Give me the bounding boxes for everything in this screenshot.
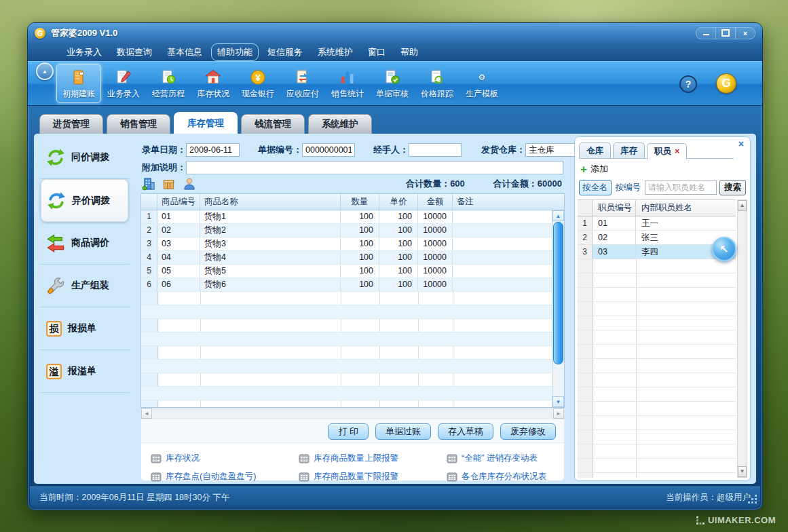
toolbar-sales-stats[interactable]: 销售统计: [325, 64, 370, 103]
col-note[interactable]: 备注: [453, 194, 564, 210]
toolbar-voucher-audit[interactable]: 单据审核: [370, 64, 415, 103]
sidebar-item-diff-price-transfer[interactable]: 异价调拨: [41, 179, 128, 222]
help-icon[interactable]: ?: [679, 75, 697, 93]
minimize-button[interactable]: [696, 28, 715, 39]
tab-sales-manage[interactable]: 销售管理: [107, 114, 170, 134]
employee-picker-icon[interactable]: [183, 177, 196, 191]
vertical-scrollbar[interactable]: ▲ ▼: [552, 210, 564, 407]
col-goods-code[interactable]: 商品编号: [157, 194, 200, 210]
date-label: 录单日期：: [142, 144, 186, 156]
menu-system-maintain[interactable]: 系统维护: [312, 43, 359, 61]
table-row[interactable]: 101货物110010010000: [141, 210, 552, 224]
link-warehouse-distribution[interactable]: 各仓库库存分布状况表: [447, 471, 555, 482]
scroll-up-button[interactable]: ▲: [552, 210, 564, 221]
toolbar-receivable-payable[interactable]: 应收应付: [280, 64, 325, 103]
menu-bar: 业务录入 数据查询 基本信息 辅助功能 短信服务 系统维护 窗口 帮助: [28, 43, 762, 61]
col-employee-name[interactable]: 内部职员姓名: [636, 200, 736, 216]
tab-warehouse[interactable]: 仓库: [579, 142, 611, 158]
tab-inventory-manage[interactable]: 库存管理: [174, 112, 238, 134]
close-button[interactable]: ×: [735, 28, 755, 39]
maximize-button[interactable]: [715, 28, 735, 39]
warehouse-picker-icon[interactable]: [142, 177, 155, 191]
sidebar-item-price-adjust[interactable]: 商品调价: [39, 222, 130, 265]
resize-grip[interactable]: [749, 495, 757, 504]
menu-aux-functions[interactable]: 辅助功能: [211, 43, 259, 61]
empty-row: [578, 430, 736, 444]
employee-row[interactable]: 202张三: [578, 231, 736, 245]
link-omnipotent-change-sheet[interactable]: “全能” 进销存变动表: [447, 453, 555, 464]
employee-search-input[interactable]: [645, 180, 717, 195]
employee-row[interactable]: 101王一: [578, 216, 736, 231]
add-row[interactable]: + 添加: [580, 162, 608, 176]
scroll-down-button[interactable]: ▼: [552, 396, 564, 407]
sidebar-item-loss-report[interactable]: 损 报损单: [39, 307, 130, 350]
col-amount[interactable]: 金额: [418, 194, 453, 210]
tab-employee[interactable]: 职员×: [647, 143, 687, 159]
toolbar-init-accounts[interactable]: 初期建账: [56, 64, 101, 103]
save-draft-button[interactable]: 存入草稿: [438, 423, 493, 440]
scroll-down-button[interactable]: ▼: [738, 466, 747, 477]
col-employee-code[interactable]: 职员编号: [593, 200, 636, 216]
search-button[interactable]: 搜索: [719, 180, 746, 195]
toolbar-business-entry[interactable]: 业务录入: [101, 64, 146, 103]
tab-system-maintain[interactable]: 系统维护: [308, 114, 372, 134]
sidebar-item-production-assembly[interactable]: 生产组装: [39, 265, 130, 307]
menu-basic-info[interactable]: 基本信息: [161, 43, 208, 61]
scroll-left-button[interactable]: ◄: [141, 408, 152, 419]
sidebar-item-same-price-transfer[interactable]: 同价调拨: [39, 136, 130, 179]
watermark: UIMAKER.COM: [696, 515, 776, 525]
scroll-up-button[interactable]: ▲: [738, 200, 747, 211]
toolbar-price-tracking[interactable]: 价格跟踪: [415, 64, 459, 103]
tab-stock[interactable]: 库存: [613, 142, 645, 158]
post-voucher-button[interactable]: 单据过账: [375, 423, 431, 440]
menu-sms-service[interactable]: 短信服务: [261, 43, 309, 61]
toolbar-production-template[interactable]: ⚙ 生产模板: [459, 64, 504, 103]
col-goods-name[interactable]: 商品名称: [200, 194, 341, 210]
sidebar-item-overflow-report[interactable]: 溢 报溢单: [39, 350, 130, 393]
panel-close-icon[interactable]: ×: [738, 139, 744, 149]
goods-picker-icon[interactable]: [162, 177, 176, 191]
grid-tools-row: 合计数量：600 合计金额：60000: [142, 176, 562, 192]
link-stock-upper-alert[interactable]: 库存商品数量上限报警: [299, 453, 447, 464]
menu-help[interactable]: 帮助: [394, 43, 424, 61]
col-qty[interactable]: 数量: [341, 194, 379, 210]
toolbar-operation-history[interactable]: 经营历程: [146, 64, 191, 103]
discard-changes-button[interactable]: 废弃修改: [500, 423, 556, 440]
toolbar-stock-status[interactable]: 库存状况: [191, 64, 236, 103]
link-stock-status[interactable]: 库存状况: [151, 453, 299, 464]
note-input[interactable]: [186, 161, 563, 174]
tab-close-icon[interactable]: ×: [675, 147, 679, 156]
report-icon: [447, 472, 457, 482]
handler-input[interactable]: [409, 143, 462, 157]
ledger-icon: [70, 68, 88, 87]
tab-cashflow-manage[interactable]: 钱流管理: [241, 114, 305, 134]
table-row[interactable]: 202货物210010010000: [141, 224, 552, 238]
voucher-number-input[interactable]: [302, 143, 355, 157]
menu-data-query[interactable]: 数据查询: [111, 43, 158, 61]
empty-row: [578, 345, 736, 359]
filter-by-code-toggle[interactable]: 按编号: [614, 180, 643, 195]
toolbar-cash-bank[interactable]: ¥ 现金银行: [236, 64, 280, 103]
menu-business-entry[interactable]: 业务录入: [60, 43, 108, 61]
panel-scrollbar[interactable]: ▲ ▼: [737, 200, 747, 478]
date-input[interactable]: [186, 143, 240, 157]
link-stock-lower-alert[interactable]: 库存商品数量下限报警: [299, 471, 447, 482]
scrollbar-thumb[interactable]: [553, 222, 563, 364]
horizontal-scrollbar[interactable]: ◄ ►: [141, 408, 564, 419]
empty-row: [578, 288, 736, 302]
tab-purchase-manage[interactable]: 进货管理: [39, 114, 103, 134]
table-row[interactable]: 303货物310010010000: [141, 238, 552, 251]
table-row[interactable]: 505货物510010010000: [141, 265, 552, 278]
print-button[interactable]: 打 印: [328, 423, 369, 440]
empty-row: [578, 444, 736, 459]
form-row-2: 附加说明：: [142, 161, 563, 174]
collapse-toolbar-button[interactable]: ▲: [36, 62, 54, 80]
col-price[interactable]: 单价: [379, 194, 418, 210]
scroll-right-button[interactable]: ►: [553, 408, 564, 419]
toolbar-items: 初期建账 业务录入 经营历程 库存状况: [56, 64, 504, 103]
table-row[interactable]: 606货物610010010000: [141, 278, 552, 292]
table-row[interactable]: 404货物410010010000: [141, 251, 552, 265]
filter-by-name-toggle[interactable]: 按全名: [579, 180, 612, 195]
link-stocktake[interactable]: 库存盘点(自动盘盈盘亏): [151, 471, 299, 482]
menu-window[interactable]: 窗口: [362, 43, 392, 61]
